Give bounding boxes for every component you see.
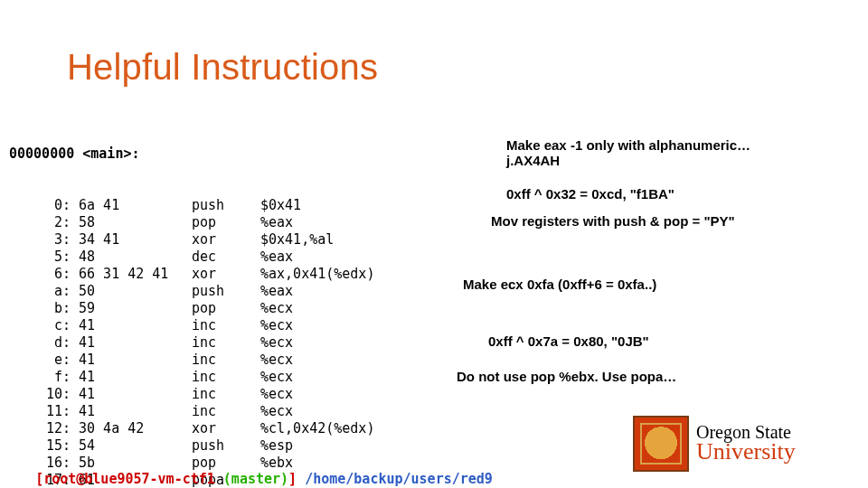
asm-args: %ecx: [260, 403, 293, 420]
asm-addr: 2:: [9, 214, 71, 231]
asm-args: %ax,0x41(%edx): [260, 266, 374, 283]
asm-mnemonic: inc: [192, 369, 260, 386]
osu-logo-text: Oregon State University: [696, 424, 796, 464]
asm-header: 00000000 <main>:: [9, 145, 374, 163]
osu-logo-line2: University: [696, 441, 796, 464]
asm-row: f: 41inc%ecx: [9, 369, 374, 386]
asm-mnemonic: xor: [192, 231, 260, 249]
asm-addr: c:: [9, 317, 71, 334]
asm-hex: 50: [71, 283, 192, 300]
terminal-bracket: ]: [288, 471, 305, 487]
asm-hex: 41: [71, 386, 192, 403]
asm-row: b: 59pop%ecx: [9, 300, 374, 317]
asm-args: %ecx: [260, 352, 293, 369]
annotation-make-ecx: Make ecx 0xfa (0xff+6 = 0xfa..): [463, 277, 656, 292]
asm-args: %cl,0x42(%edx): [260, 420, 374, 437]
asm-row: d: 41inc%ecx: [9, 334, 374, 352]
osu-beaver-icon: [633, 416, 689, 472]
asm-hex: 66 31 42 41: [71, 266, 192, 283]
asm-hex: 41: [71, 317, 192, 334]
asm-hex: 30 4a 42: [71, 420, 192, 437]
terminal-prompt: [root@blue9057-vm-ctf1 (master)] /home/b…: [3, 456, 493, 488]
asm-row: 5: 48dec%eax: [9, 249, 374, 266]
asm-row: 3: 34 41xor$0x41,%al: [9, 231, 374, 249]
annotation-popa: Do not use pop %ebx. Use popa…: [457, 369, 676, 384]
asm-addr: 0:: [9, 197, 71, 214]
asm-row: 6: 66 31 42 41xor%ax,0x41(%edx): [9, 266, 374, 283]
terminal-user: [root@blue9057-vm-ctf1: [35, 471, 223, 487]
asm-addr: e:: [9, 352, 71, 369]
asm-args: %ecx: [260, 300, 293, 317]
asm-hex: 54: [71, 437, 192, 455]
asm-mnemonic: push: [192, 437, 260, 455]
disassembly-block: 00000000 <main>: 0: 6a 41push$0x412: 58p…: [9, 111, 374, 488]
asm-row: e: 41inc%ecx: [9, 352, 374, 369]
asm-hex: 41: [71, 403, 192, 420]
asm-args: %eax: [260, 214, 293, 231]
asm-row: c: 41inc%ecx: [9, 317, 374, 334]
asm-addr: 5:: [9, 249, 71, 266]
annotation-mov-push-pop: Mov registers with push & pop = "PY": [491, 213, 735, 229]
asm-row: 2: 58pop%eax: [9, 214, 374, 231]
asm-args: $0x41,%al: [260, 231, 334, 249]
asm-row: 12: 30 4a 42xor%cl,0x42(%edx): [9, 420, 374, 437]
asm-mnemonic: pop: [192, 300, 260, 317]
asm-mnemonic: xor: [192, 266, 260, 283]
asm-addr: 15:: [9, 437, 71, 455]
asm-row: 10: 41inc%ecx: [9, 386, 374, 403]
asm-hex: 41: [71, 352, 192, 369]
asm-addr: d:: [9, 334, 71, 352]
annotation-make-eax: Make eax -1 only with alphanumeric… j.AX…: [506, 137, 796, 168]
terminal-path: /home/backup/users/red9: [305, 471, 493, 487]
osu-logo: Oregon State University: [633, 416, 846, 472]
asm-mnemonic: inc: [192, 403, 260, 420]
asm-mnemonic: pop: [192, 214, 260, 231]
asm-addr: 11:: [9, 403, 71, 420]
asm-hex: 41: [71, 334, 192, 352]
asm-mnemonic: push: [192, 283, 260, 300]
asm-args: %eax: [260, 249, 293, 266]
asm-mnemonic: inc: [192, 334, 260, 352]
asm-mnemonic: inc: [192, 352, 260, 369]
asm-mnemonic: push: [192, 197, 260, 214]
terminal-branch: (master): [223, 471, 288, 487]
asm-hex: 41: [71, 369, 192, 386]
asm-hex: 6a 41: [71, 197, 192, 214]
slide-title: Helpful Instructions: [67, 47, 378, 88]
asm-hex: 34 41: [71, 231, 192, 249]
asm-addr: 10:: [9, 386, 71, 403]
asm-row: 11: 41inc%ecx: [9, 403, 374, 420]
asm-args: %ecx: [260, 369, 293, 386]
asm-args: %ecx: [260, 386, 293, 403]
annotation-xor-32: 0xff ^ 0x32 = 0xcd, "f1BA": [506, 186, 675, 202]
annotation-xor-7a: 0xff ^ 0x7a = 0x80, "0JB": [488, 333, 649, 349]
asm-row: 15: 54push%esp: [9, 437, 374, 455]
asm-addr: 3:: [9, 231, 71, 249]
asm-addr: 6:: [9, 266, 71, 283]
asm-args: %ecx: [260, 334, 293, 352]
asm-addr: 12:: [9, 420, 71, 437]
asm-row: a: 50push%eax: [9, 283, 374, 300]
asm-args: %esp: [260, 437, 293, 455]
asm-addr: a:: [9, 283, 71, 300]
asm-addr: f:: [9, 369, 71, 386]
asm-mnemonic: inc: [192, 386, 260, 403]
slide: Helpful Instructions 00000000 <main>: 0:…: [0, 0, 868, 488]
asm-args: $0x41: [260, 197, 301, 214]
asm-mnemonic: xor: [192, 420, 260, 437]
asm-row: 0: 6a 41push$0x41: [9, 197, 374, 214]
asm-hex: 58: [71, 214, 192, 231]
asm-mnemonic: dec: [192, 249, 260, 266]
asm-hex: 48: [71, 249, 192, 266]
asm-hex: 59: [71, 300, 192, 317]
asm-args: %eax: [260, 283, 293, 300]
asm-args: %ecx: [260, 317, 293, 334]
asm-mnemonic: inc: [192, 317, 260, 334]
asm-addr: b:: [9, 300, 71, 317]
